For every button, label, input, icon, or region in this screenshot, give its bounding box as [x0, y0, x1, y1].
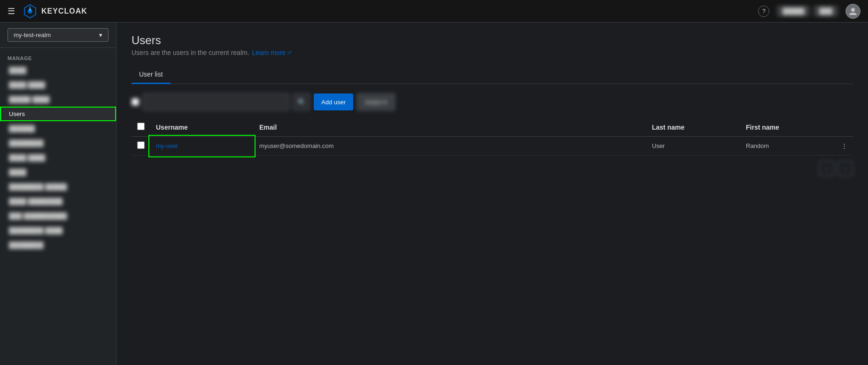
tab-user-list-label: User list: [139, 70, 163, 78]
row-checkbox-cell: [132, 137, 150, 155]
page-description-text: Users are the users in the current realm…: [132, 49, 249, 56]
main-content: Users Users are the users in the current…: [116, 23, 868, 365]
sidebar-item-item2[interactable]: ████ ████: [0, 78, 116, 92]
row-username-cell: my-user: [150, 137, 254, 155]
col-header-firstname: First name: [740, 118, 834, 137]
nav-btn-2[interactable]: ███: [814, 6, 838, 16]
navbar-right: ? █████ ███: [758, 4, 860, 19]
col-header-actions: [834, 118, 853, 137]
add-user-label: Add user: [321, 99, 346, 106]
toolbar: 🔍 Add user Action ▾: [132, 93, 853, 110]
sidebar: my-test-realm ▾ Manage ████ ████ ████ ██…: [0, 23, 116, 365]
search-input-wrapper: [143, 93, 289, 110]
add-user-button[interactable]: Add user: [314, 93, 353, 110]
learn-more-label: Learn more: [252, 49, 286, 56]
sidebar-manage-section: Manage ████ ████ ████ █████ ████ Users █…: [0, 48, 116, 256]
realm-dropdown[interactable]: my-test-realm ▾: [8, 28, 108, 42]
col-header-username: Username: [150, 118, 254, 137]
row-lastname-cell: User: [646, 137, 740, 155]
search-input[interactable]: [147, 99, 285, 106]
manage-section-label: Manage: [0, 52, 116, 63]
learn-more-link[interactable]: Learn more ⬀: [252, 49, 292, 56]
next-page-button[interactable]: ›: [838, 161, 853, 176]
sidebar-item-item10[interactable]: ████ ████████: [0, 194, 116, 209]
hamburger-icon[interactable]: ☰: [8, 6, 15, 16]
sidebar-item-item3[interactable]: █████ ████: [0, 92, 116, 107]
help-icon[interactable]: ?: [758, 6, 769, 17]
main-layout: my-test-realm ▾ Manage ████ ████ ████ ██…: [0, 23, 868, 365]
col-header-lastname: Last name: [646, 118, 740, 137]
col-header-checkbox: [132, 118, 150, 137]
external-link-icon: ⬀: [287, 49, 292, 56]
tab-user-list[interactable]: User list: [132, 66, 170, 84]
user-avatar[interactable]: [845, 4, 860, 19]
sidebar-item-item5[interactable]: ██████: [0, 121, 116, 136]
brand-name: KEYCLOAK: [41, 7, 87, 16]
row-email-cell: myuser@somedomain.com: [254, 137, 646, 155]
realm-selector: my-test-realm ▾: [0, 23, 116, 48]
sidebar-item-users[interactable]: Users: [0, 107, 116, 121]
username-link[interactable]: my-user: [156, 142, 178, 149]
row-checkbox[interactable]: [137, 141, 145, 149]
header-checkbox[interactable]: [137, 123, 145, 130]
brand-logo-area: KEYCLOAK: [23, 4, 87, 19]
nav-btn-1[interactable]: █████: [777, 6, 810, 16]
avatar-icon: [848, 7, 858, 16]
sidebar-item-item9[interactable]: ████████ █████: [0, 179, 116, 194]
page-description: Users are the users in the current realm…: [132, 49, 853, 56]
select-all-checkbox-label: [132, 98, 139, 106]
action-button[interactable]: Action ▾: [357, 93, 395, 110]
pagination: ‹ ›: [132, 155, 853, 182]
realm-name: my-test-realm: [14, 31, 51, 39]
sidebar-item-item8[interactable]: ████: [0, 165, 116, 179]
prev-page-button[interactable]: ‹: [819, 161, 834, 176]
keycloak-logo-icon: [23, 4, 38, 19]
col-header-email: Email: [254, 118, 646, 137]
table-body: my-user myuser@somedomain.com User Rando…: [132, 137, 853, 155]
navbar-left: ☰ KEYCLOAK: [8, 4, 87, 19]
top-navbar: ☰ KEYCLOAK ? █████ ███: [0, 0, 868, 23]
table-row: my-user myuser@somedomain.com User Rando…: [132, 137, 853, 155]
sidebar-item-item1[interactable]: ████: [0, 63, 116, 78]
action-label: Action ▾: [365, 99, 387, 106]
select-all-checkbox[interactable]: [132, 98, 139, 106]
sidebar-item-item11[interactable]: ███ ██████████: [0, 209, 116, 223]
row-actions-cell[interactable]: ⋮: [834, 137, 853, 155]
nav-buttons: █████ ███: [777, 6, 838, 16]
sidebar-item-item13[interactable]: ████████: [0, 238, 116, 252]
search-button[interactable]: 🔍: [293, 93, 310, 110]
table-header: Username Email Last name First name: [132, 118, 853, 137]
sidebar-item-item7[interactable]: ████ ████: [0, 150, 116, 165]
tabs-container: User list: [132, 66, 853, 84]
page-title: Users: [132, 34, 853, 47]
sidebar-item-item6[interactable]: ████████: [0, 136, 116, 150]
row-firstname-cell: Random: [740, 137, 834, 155]
users-table: Username Email Last name First name: [132, 118, 853, 155]
svg-point-3: [851, 8, 855, 12]
sidebar-item-item12[interactable]: ████████ ████: [0, 223, 116, 238]
dropdown-arrow-icon: ▾: [99, 31, 102, 39]
